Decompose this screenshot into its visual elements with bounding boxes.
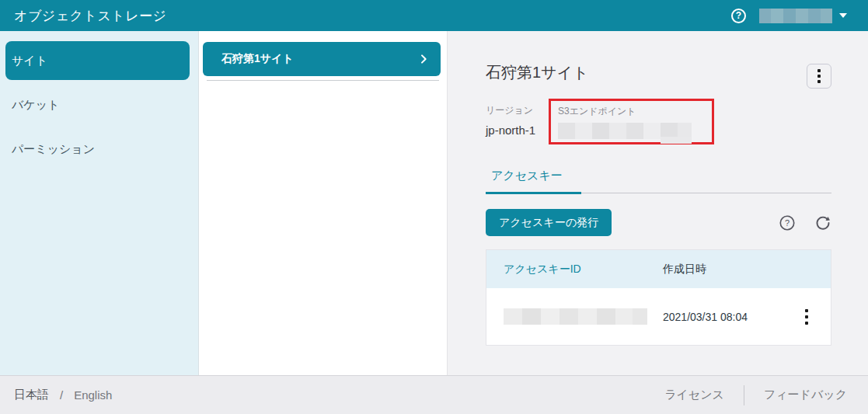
s3-endpoint-label: S3エンドポイント bbox=[558, 105, 705, 118]
site-list-panel: 石狩第1サイト bbox=[199, 31, 448, 375]
created-at-value: 2021/03/31 08:04 bbox=[663, 311, 783, 323]
topbar-actions: ? bbox=[731, 9, 847, 23]
site-menu-kebab-icon[interactable] bbox=[807, 64, 831, 89]
language-japanese-link[interactable]: 日本語 bbox=[14, 388, 49, 402]
language-separator: / bbox=[60, 388, 63, 402]
sidebar-item-site[interactable]: サイト bbox=[5, 41, 190, 80]
refresh-icon[interactable] bbox=[814, 214, 831, 231]
column-header-access-key-id: アクセスキーID bbox=[486, 263, 663, 277]
license-link[interactable]: ライセンス bbox=[664, 388, 724, 402]
region-value: jp-north-1 bbox=[486, 124, 549, 137]
chevron-right-icon bbox=[417, 53, 430, 65]
region-label: リージョン bbox=[486, 104, 549, 117]
language-switcher: 日本語 / English bbox=[14, 388, 112, 402]
site-list-item[interactable]: 石狩第1サイト bbox=[203, 42, 441, 76]
access-key-id-redacted bbox=[504, 308, 647, 325]
help-circle-icon[interactable]: ? bbox=[779, 214, 796, 231]
access-key-toolbar: アクセスキーの発行 ? bbox=[486, 209, 831, 236]
issue-access-key-button[interactable]: アクセスキーの発行 bbox=[486, 209, 612, 236]
access-key-table: アクセスキーID 作成日時 2021/03/31 08:04 bbox=[486, 249, 831, 346]
detail-tabs: アクセスキー bbox=[486, 169, 831, 193]
help-icon[interactable]: ? bbox=[731, 9, 746, 23]
site-detail-panel: 石狩第1サイト リージョン jp-north-1 S3エンドポイント アクセスキ… bbox=[448, 31, 868, 375]
access-key-table-header: アクセスキーID 作成日時 bbox=[486, 250, 831, 288]
s3-endpoint-value-redacted bbox=[558, 123, 705, 144]
column-header-created-at: 作成日時 bbox=[663, 263, 783, 277]
site-meta: リージョン jp-north-1 S3エンドポイント bbox=[486, 99, 831, 144]
main-layout: サイト バケット パーミッション 石狩第1サイト 石狩第1サイト リージョン j… bbox=[0, 31, 868, 375]
svg-text:?: ? bbox=[785, 218, 790, 228]
footer-divider bbox=[744, 385, 744, 405]
row-menu-kebab-icon[interactable] bbox=[802, 306, 811, 328]
sidebar-nav: サイト バケット パーミッション bbox=[0, 31, 199, 375]
language-english-link[interactable]: English bbox=[74, 388, 112, 402]
caret-down-icon[interactable] bbox=[839, 13, 847, 18]
site-detail-title: 石狩第1サイト bbox=[486, 62, 589, 83]
sidebar-item-permission[interactable]: パーミッション bbox=[0, 130, 198, 169]
table-row: 2021/03/31 08:04 bbox=[486, 288, 831, 345]
footer-bar: 日本語 / English ライセンス フィードバック bbox=[0, 375, 868, 414]
top-bar: オブジェクトストレージ ? bbox=[0, 0, 868, 31]
site-list-divider bbox=[207, 80, 439, 81]
app-title: オブジェクトストレージ bbox=[14, 7, 166, 25]
user-menu-redacted[interactable] bbox=[759, 9, 832, 23]
sidebar-item-bucket[interactable]: バケット bbox=[0, 85, 198, 124]
s3-endpoint-highlight-box: S3エンドポイント bbox=[549, 99, 714, 144]
feedback-link[interactable]: フィードバック bbox=[764, 388, 847, 402]
site-list-item-label: 石狩第1サイト bbox=[221, 52, 294, 66]
tab-access-keys[interactable]: アクセスキー bbox=[486, 169, 581, 194]
